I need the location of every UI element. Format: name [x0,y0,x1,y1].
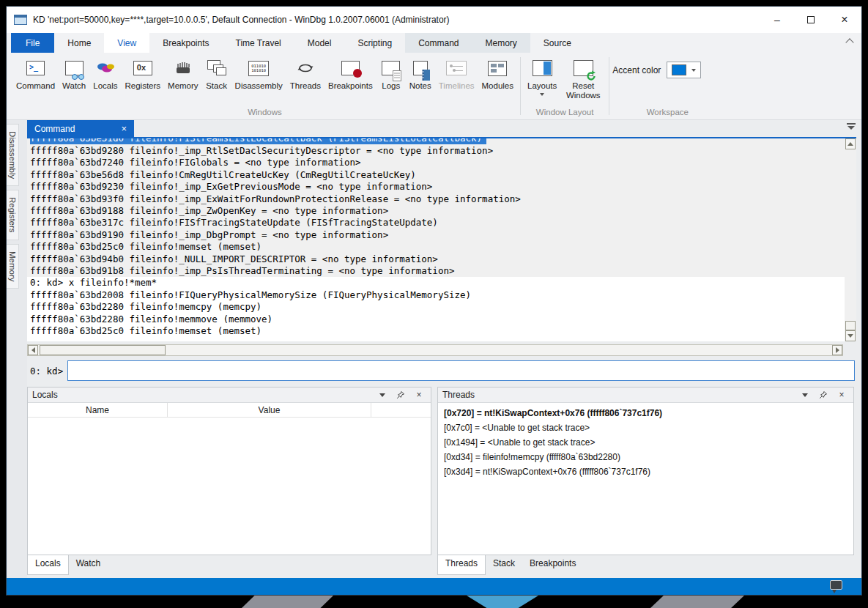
window-list-icon[interactable] [847,123,856,130]
tab-breakpoints[interactable]: Breakpoints [149,33,222,53]
output-line: fffff80a`63bd25c0 fileinfo!memset (memse… [30,325,845,337]
tab-threads[interactable]: Threads [437,555,486,575]
command-window-button[interactable]: >_ Command [12,57,59,91]
group-label-windows: Windows [12,108,517,119]
output-line: fffff80a`63bd9190 fileinfo!_imp_DbgPromp… [30,229,845,241]
notes-window-button[interactable]: Notes [406,57,435,91]
tab-model[interactable]: Model [294,33,345,53]
threads-pin-icon[interactable] [819,390,828,399]
modules-window-button[interactable]: Modules [478,57,517,91]
disassembly-icon: 011010101010 [248,57,269,79]
registers-icon: 0x [133,57,152,79]
command-echo-line: 0: kd> x fileinfo!*mem* [30,277,845,289]
locals-menu-icon[interactable] [378,390,387,399]
memory-chip-icon [174,57,193,79]
locals-icon [96,57,115,79]
output-line: fffff80a`63bd9280 fileinfo!_imp_RtlSetDa… [30,145,845,157]
horizontal-scrollbar[interactable] [27,344,843,356]
side-tab-memory[interactable]: Memory [7,244,19,289]
locals-close-icon[interactable]: × [415,390,423,399]
scroll-left-button[interactable] [28,345,38,355]
breakpoints-window-button[interactable]: Breakpoints [324,57,376,91]
tab-home[interactable]: Home [54,33,104,53]
watch-window-button[interactable]: Watch [59,57,89,91]
scroll-up-button[interactable] [845,138,856,149]
vertical-scrollbar[interactable] [845,138,856,341]
vertical-scroll-thumb[interactable] [845,321,856,330]
thread-row[interactable]: [0x1494] = <Unable to get stack trace> [444,435,853,450]
registers-window-button[interactable]: 0x Registers [121,57,164,91]
ribbon: >_ Command Watch Locals 0x Registers [7,53,861,120]
layouts-button[interactable]: Layouts [524,57,560,96]
logs-icon [382,57,400,79]
close-tab-icon[interactable]: × [121,123,127,134]
locals-body[interactable] [28,418,431,555]
column-value[interactable]: Value [168,403,371,417]
stack-window-button[interactable]: Stack [202,57,231,91]
column-name[interactable]: Name [28,403,168,417]
thread-row[interactable]: [0xd34] = fileinfo!memcpy (fffff80a`63bd… [444,450,853,464]
tab-stack[interactable]: Stack [486,555,522,575]
wallpaper-shape [242,596,333,608]
notes-icon [413,57,428,79]
command-window-icon: >_ [26,57,45,79]
memory-window-button[interactable]: Memory [164,57,202,91]
tab-locals[interactable]: Locals [27,555,69,575]
output-line: fffff80a`63bd7240 fileinfo!FIGlobals = <… [30,157,845,168]
locals-table-header: Name Value [28,403,431,418]
tab-view[interactable]: View [104,33,149,53]
output-line: fffff80a`63bd2280 fileinfo!memmove (memm… [30,314,845,325]
document-tab-bar: Command × [27,120,861,137]
feedback-bubble-icon[interactable] [830,580,842,590]
tab-scripting[interactable]: Scripting [344,33,405,53]
title-bar: KD 'net:port=50000,key=****,target=10.0.… [7,7,861,33]
thread-row[interactable]: [0x7c0] = <Unable to get stack trace> [444,420,853,435]
reset-windows-button[interactable]: Reset Windows [560,57,606,100]
logs-window-button[interactable]: Logs [376,57,406,91]
threads-panel-tabs: Threads Stack Breakpoints [437,555,583,575]
maximize-icon [807,16,815,23]
tab-file[interactable]: File [11,33,54,53]
tab-time-travel[interactable]: Time Travel [223,33,294,53]
close-button[interactable]: × [828,7,861,33]
threads-close-icon[interactable]: × [837,390,846,399]
output-line: fffff80a`63bd94b0 fileinfo!_NULL_IMPORT_… [30,253,845,265]
side-tab-disassembly[interactable]: Disassembly [7,124,19,186]
command-prompt-row: 0: kd> [27,360,855,382]
thread-row[interactable]: [0x3d4] = nt!KiSwapContext+0x76 (fffff80… [444,464,853,479]
timelines-window-button: Timelines [435,57,478,91]
output-line: fffff80a`63bd9188 fileinfo!_imp_ZwOpenKe… [30,205,845,217]
modules-icon [488,57,507,79]
tab-command[interactable]: Command [405,33,472,53]
group-label-window-layout: Window Layout [524,108,606,119]
tab-source[interactable]: Source [530,33,585,53]
scroll-right-button[interactable] [832,345,842,355]
threads-window-button[interactable]: Threads [286,57,324,91]
locals-pin-icon[interactable] [396,390,405,399]
side-tab-registers[interactable]: Registers [7,190,19,240]
status-bar [7,578,861,595]
output-line: fffff80a`63bd25c0 fileinfo!memset (memse… [30,241,845,253]
output-line: fffff80a`63bd91b8 fileinfo!_imp_PsIsThre… [30,265,845,277]
command-input[interactable] [67,360,855,381]
scroll-down-button[interactable] [845,330,856,341]
thread-row[interactable]: [0x720] = nt!KiSwapContext+0x76 (fffff80… [444,406,853,420]
accent-color-dropdown[interactable] [667,62,701,78]
command-document-tab[interactable]: Command × [27,120,134,137]
tab-watch[interactable]: Watch [69,555,108,575]
reset-windows-icon [574,57,593,79]
disassembly-window-button[interactable]: 011010101010 Disassembly [231,57,286,91]
command-output[interactable]: fffff80a`63be31d0 fileinfo!FIStreamsList… [27,138,845,341]
output-line: fffff80a`63bd2280 fileinfo!memcpy (memcp… [30,301,845,313]
threads-menu-icon[interactable] [801,390,809,399]
maximize-button[interactable] [794,7,828,33]
minimize-button[interactable]: – [760,7,794,33]
latest-command-output: 0: kd> x fileinfo!*mem* fffff80a`63bd200… [27,277,845,337]
tab-memory[interactable]: Memory [472,33,530,53]
tab-breakpoints-bottom[interactable]: Breakpoints [522,555,583,575]
layouts-dropdown-icon[interactable] [540,93,544,96]
ribbon-tab-row: File Home View Breakpoints Time Travel M… [7,33,861,53]
horizontal-scroll-thumb[interactable] [40,345,166,355]
locals-window-button[interactable]: Locals [89,57,121,91]
collapse-ribbon-icon[interactable] [845,38,853,46]
